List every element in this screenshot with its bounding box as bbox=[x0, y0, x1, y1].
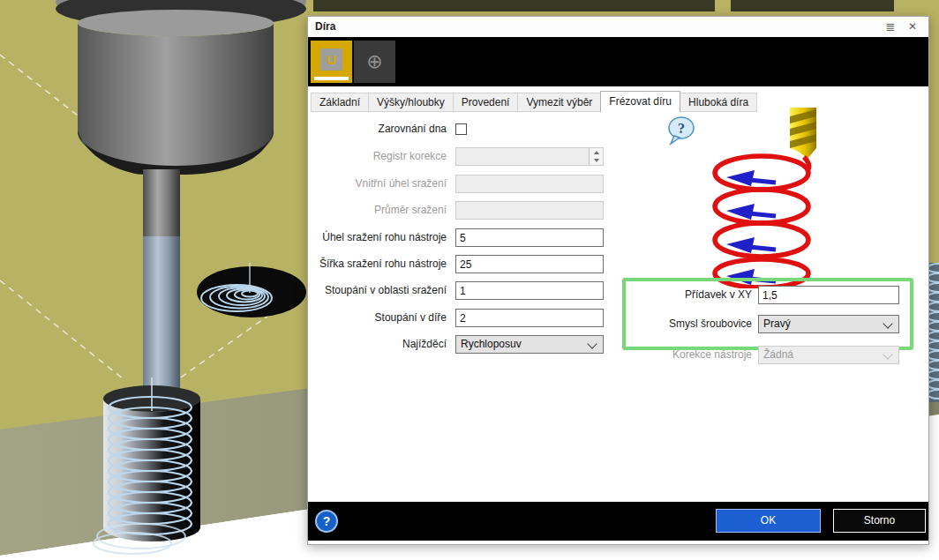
label-uhel-srazeni: Úhel sražení rohu nástroje bbox=[308, 228, 447, 247]
registr-korekce-spinner bbox=[455, 147, 604, 166]
korekce-nastroje-value: Žádná bbox=[763, 348, 793, 361]
operation-toolbar: U ⊕ bbox=[308, 37, 928, 86]
zarovnani-dna-checkbox[interactable] bbox=[455, 123, 467, 135]
u-slot-icon: U bbox=[320, 49, 342, 71]
context-help-icon[interactable]: ? bbox=[667, 116, 695, 147]
label-stoupani-oblast: Stoupání v oblasti sražení bbox=[308, 281, 447, 300]
menu-icon[interactable]: ≣ bbox=[883, 19, 898, 34]
ok-button[interactable]: OK bbox=[716, 509, 821, 533]
help-icon[interactable]: ? bbox=[315, 510, 338, 533]
label-vnitrni-uhel: Vnitřní úhel sražení bbox=[308, 175, 447, 193]
label-pridavek-xy: Přídavek v XY bbox=[620, 286, 752, 304]
smysl-sroubovice-dropdown[interactable]: Pravý bbox=[758, 315, 899, 333]
uhel-srazeni-input[interactable] bbox=[455, 228, 604, 247]
vnitrni-uhel-input bbox=[455, 175, 604, 193]
cancel-button[interactable]: Storno bbox=[833, 509, 926, 533]
chevron-down-icon bbox=[587, 339, 597, 348]
najizdeci-value: Rychloposuv bbox=[461, 338, 522, 350]
dialog-title: Díra bbox=[315, 20, 335, 33]
dialog-footer: ? OK Storno bbox=[308, 502, 928, 541]
sectioned-hole-toolpath bbox=[94, 377, 200, 554]
tab-vymezit-vyber[interactable]: Vymezit výběr bbox=[518, 93, 601, 112]
label-najizdeci: Najížděcí bbox=[308, 335, 447, 354]
drill-bit-icon bbox=[790, 108, 816, 159]
spin-down-icon bbox=[590, 157, 603, 166]
hole-dialog: Díra ≣ ✕ U ⊕ Základní Výšky/hloubky Prov… bbox=[307, 16, 929, 545]
stoupani-oblast-input[interactable] bbox=[455, 281, 604, 300]
smysl-sroubovice-value: Pravý bbox=[763, 317, 791, 330]
close-icon[interactable]: ✕ bbox=[905, 19, 920, 34]
active-tile-underline bbox=[314, 77, 349, 80]
label-prumer-srazeni: Průměr sražení bbox=[308, 201, 447, 220]
label-registr-korekce: Registr korekce bbox=[308, 147, 447, 166]
label-korekce-nastroje: Korekce nástroje bbox=[620, 346, 752, 364]
tab-frezovat-diru[interactable]: Frézovat díru bbox=[600, 91, 680, 112]
chevron-down-icon bbox=[883, 318, 892, 328]
sirka-srazeni-input[interactable] bbox=[455, 255, 604, 273]
label-smysl-sroubovice: Smysl šroubovice bbox=[620, 315, 752, 333]
tab-strip: Základní Výšky/hloubky Provedení Vymezit… bbox=[311, 92, 757, 112]
tab-vysky-hloubky[interactable]: Výšky/hloubky bbox=[369, 93, 454, 112]
svg-text:?: ? bbox=[678, 121, 685, 136]
stoupani-dira-input[interactable] bbox=[455, 309, 604, 327]
label-sirka-srazeni: Šířka sražení rohu nástroje bbox=[308, 255, 447, 273]
spinner-buttons bbox=[589, 147, 604, 166]
najizdeci-dropdown[interactable]: Rychloposuv bbox=[455, 335, 604, 354]
helical-milling-illustration bbox=[705, 108, 838, 291]
helix-path bbox=[715, 156, 808, 287]
pridavek-xy-input[interactable] bbox=[758, 286, 899, 304]
application-window: Díra ≣ ✕ U ⊕ Základní Výšky/hloubky Prov… bbox=[0, 0, 939, 560]
label-stoupani-dira: Stoupání v díře bbox=[308, 309, 447, 327]
prumer-srazeni-input bbox=[455, 201, 604, 220]
hole-milling-tile[interactable]: U bbox=[311, 41, 352, 83]
tab-provedeni[interactable]: Provedení bbox=[454, 93, 519, 112]
registr-korekce-input bbox=[455, 147, 604, 166]
target-icon[interactable]: ⊕ bbox=[354, 41, 395, 83]
tab-zakladni[interactable]: Základní bbox=[311, 93, 369, 112]
spin-up-icon bbox=[590, 148, 603, 157]
korekce-nastroje-dropdown: Žádná bbox=[758, 346, 899, 364]
chevron-down-icon bbox=[883, 349, 892, 359]
label-zarovnani-dna: Zarovnání dna bbox=[308, 120, 447, 138]
dialog-titlebar[interactable]: Díra ≣ ✕ bbox=[308, 17, 928, 37]
